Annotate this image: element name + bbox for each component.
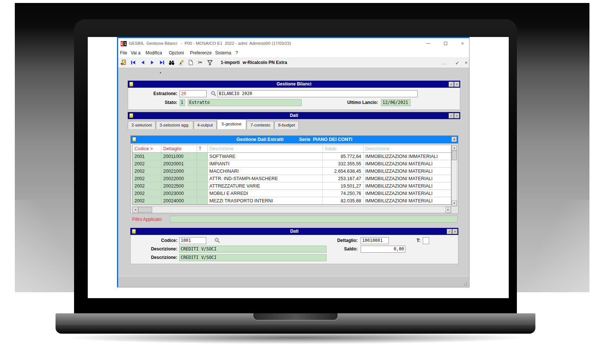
column-codice[interactable]: Codice > bbox=[133, 145, 161, 152]
toolbar-cancel-button[interactable]: × bbox=[462, 57, 470, 68]
nav-prev-icon[interactable] bbox=[139, 60, 146, 66]
estratti-header[interactable]: Gestione Dati Estratti Serie PIANO DEI C… bbox=[131, 136, 458, 144]
tab-7-contesto[interactable]: 7-contesto bbox=[247, 121, 274, 129]
filter-funnel-icon[interactable] bbox=[207, 60, 213, 66]
cell-dettaglio: 20022500 bbox=[161, 182, 197, 189]
panel-close-button[interactable]: × bbox=[454, 82, 459, 87]
scroll-down-icon[interactable]: ▼ bbox=[452, 200, 457, 206]
nav-next-icon[interactable] bbox=[149, 60, 156, 66]
stato-code-field: 1 bbox=[180, 99, 185, 106]
menu-vai-a[interactable]: Vai a bbox=[131, 49, 140, 57]
toolbar-confirm-button[interactable]: ✓ bbox=[453, 57, 461, 68]
cell-codice: 2002 bbox=[133, 160, 161, 167]
estratti-table-body: 200120011000SOFTWARE85.772,64IMMOBILIZZA… bbox=[133, 153, 451, 205]
menu-help[interactable]: ? bbox=[235, 49, 238, 57]
codice-input[interactable]: 1001 bbox=[179, 237, 206, 244]
saldo-input[interactable]: 0,00 bbox=[361, 246, 405, 253]
detail-header[interactable]: Dati ✓ × bbox=[130, 228, 458, 235]
menu-preferenze[interactable]: Preferenze bbox=[190, 49, 212, 57]
column-saldo[interactable]: Saldo bbox=[323, 145, 364, 152]
tab-strip: 2-selezioni 3-selezioni agg. 4-output 5-… bbox=[128, 119, 299, 129]
nav-last-icon[interactable] bbox=[158, 60, 165, 66]
close-button[interactable]: × bbox=[457, 38, 468, 49]
search-magnifier-icon[interactable] bbox=[211, 91, 217, 97]
t-input[interactable] bbox=[423, 237, 429, 244]
table-row[interactable]: 200220022500ATTREZZATURE VARIE19.501,27I… bbox=[133, 182, 451, 190]
window-title: GESBIL Gestione Bilanci - P00 - MOSAICO … bbox=[129, 38, 291, 49]
menu-opzioni[interactable]: Opzioni bbox=[169, 49, 184, 57]
cell-descrizione2: IMMOBILIZZAZIONI MATERIALI bbox=[364, 182, 451, 189]
vertical-scroll-thumb[interactable] bbox=[452, 151, 457, 160]
table-row[interactable]: 200220024000MEZZI TRASPORTO INTERNI82.03… bbox=[133, 197, 451, 205]
descrizione-field: CREDITI V/SOCI bbox=[179, 246, 327, 253]
title-bar[interactable]: E1 GESBIL Gestione Bilanci - P00 - MOSAI… bbox=[118, 38, 469, 49]
find-binoculars-icon[interactable] bbox=[168, 60, 175, 66]
table-row[interactable]: 200220020001IMPIANTI332.355,55IMMOBILIZZ… bbox=[133, 160, 451, 168]
table-row[interactable]: 200220023000MOBILI E ARREDI74.250,76IMMO… bbox=[133, 190, 451, 197]
panel-gestione-dati-estratti: Gestione Dati Estratti Serie PIANO DEI C… bbox=[130, 135, 458, 214]
estratti-close-button[interactable]: × bbox=[452, 137, 457, 142]
stato-label: Stato: bbox=[128, 99, 177, 106]
table-row[interactable]: 200220022000ATTR. IND-STAMPI-MASCHERE253… bbox=[133, 175, 451, 182]
tab-5-gestione[interactable]: 5-gestione bbox=[217, 119, 247, 129]
estrazione-input[interactable]: 20 bbox=[180, 90, 207, 97]
codice-label: Codice: bbox=[131, 237, 177, 244]
new-page-icon[interactable] bbox=[187, 60, 194, 66]
panel-dati-detail: Dati ✓ × Codice: 1001 Dettaglio: 1001000… bbox=[130, 228, 458, 264]
toolbar-overflow-button[interactable]: ... bbox=[440, 57, 448, 68]
panel-body: Estrazione: 20 BILANCIO 2020 Stato: 1 Es… bbox=[128, 88, 460, 110]
stato-text-field: Estratto bbox=[188, 99, 302, 106]
app-window: E1 GESBIL Gestione Bilanci - P00 - MOSAI… bbox=[117, 37, 469, 287]
cell-dettaglio: 20023000 bbox=[161, 190, 197, 197]
bilancio-name-input[interactable]: BILANCIO 2020 bbox=[217, 90, 418, 97]
exit-icon[interactable] bbox=[120, 60, 127, 66]
panel-confirm-button[interactable]: ✓ bbox=[447, 229, 452, 234]
vertical-scrollbar[interactable]: ▲ ▼ bbox=[451, 145, 457, 206]
scroll-right-icon[interactable]: ► bbox=[445, 207, 451, 213]
cell-t bbox=[197, 153, 208, 160]
menu-bar: File Vai a Modifica Opzioni Preferenze S… bbox=[118, 49, 469, 57]
cell-dettaglio: 20021000 bbox=[161, 168, 197, 175]
filtro-applicato-field[interactable] bbox=[170, 216, 458, 223]
search-magnifier-icon[interactable] bbox=[214, 237, 220, 243]
panel-gestione-bilanci-header[interactable]: Gestione Bilanci ✓ × bbox=[128, 81, 460, 88]
menu-modifica[interactable]: Modifica bbox=[146, 49, 162, 57]
table-row[interactable]: 200120011000SOFTWARE85.772,64IMMOBILIZZA… bbox=[133, 153, 451, 160]
panel-close-button[interactable]: × bbox=[452, 229, 458, 234]
panel-dati-header[interactable]: Dati ✓ × bbox=[128, 112, 460, 119]
resize-grip[interactable] bbox=[462, 281, 467, 285]
panel-confirm-button[interactable]: ✓ bbox=[449, 113, 454, 118]
minimize-button[interactable]: — bbox=[423, 38, 434, 49]
cell-saldo: 19.501,27 bbox=[323, 182, 364, 189]
maximize-button[interactable] bbox=[440, 38, 451, 49]
nav-first-icon[interactable] bbox=[130, 60, 136, 66]
column-descrizione[interactable]: Descrizione bbox=[208, 145, 323, 152]
scroll-left-icon[interactable]: ◄ bbox=[133, 207, 138, 213]
edit-pencil-icon[interactable] bbox=[178, 60, 184, 66]
horizontal-scrollbar[interactable]: ◄ ► bbox=[132, 206, 451, 213]
dettaglio-input[interactable]: 10010001 bbox=[361, 237, 389, 244]
tab-8-budget[interactable]: 8-budget bbox=[274, 121, 298, 129]
maximize-icon bbox=[444, 42, 447, 45]
tab-4-output[interactable]: 4-output bbox=[194, 121, 217, 129]
cell-t bbox=[197, 197, 208, 204]
menu-sistema[interactable]: Sistema bbox=[215, 49, 231, 57]
tab-2-selezioni[interactable]: 2-selezioni bbox=[128, 121, 156, 129]
horizontal-scroll-thumb[interactable] bbox=[138, 207, 152, 213]
scroll-up-icon[interactable]: ▲ bbox=[452, 145, 457, 151]
toolbar-command-importi[interactable]: 1-importi bbox=[221, 60, 240, 65]
toolbar-command-ricalcolo[interactable]: w-Ricalcolo PN Extra bbox=[243, 60, 287, 65]
filtro-applicato-label: Filtro Applicato: bbox=[132, 217, 163, 222]
cell-t bbox=[197, 168, 208, 175]
cell-codice: 2002 bbox=[133, 168, 161, 175]
cell-descrizione: MACCHINARI bbox=[208, 168, 323, 175]
column-t[interactable]: T bbox=[197, 145, 208, 152]
panel-close-button[interactable]: × bbox=[454, 113, 459, 118]
cut-scissors-icon[interactable]: ✂ bbox=[197, 60, 204, 66]
table-row[interactable]: 200220021000MACCHINARI2.654.638,45IMMOBI… bbox=[133, 168, 451, 175]
column-descrizione2[interactable]: Descrizione bbox=[364, 145, 451, 152]
panel-confirm-button[interactable]: ✓ bbox=[449, 82, 454, 87]
menu-file[interactable]: File bbox=[120, 49, 127, 57]
column-dettaglio[interactable]: Dettaglio bbox=[161, 145, 197, 152]
tab-3-selezioni-agg[interactable]: 3-selezioni agg. bbox=[156, 121, 193, 129]
